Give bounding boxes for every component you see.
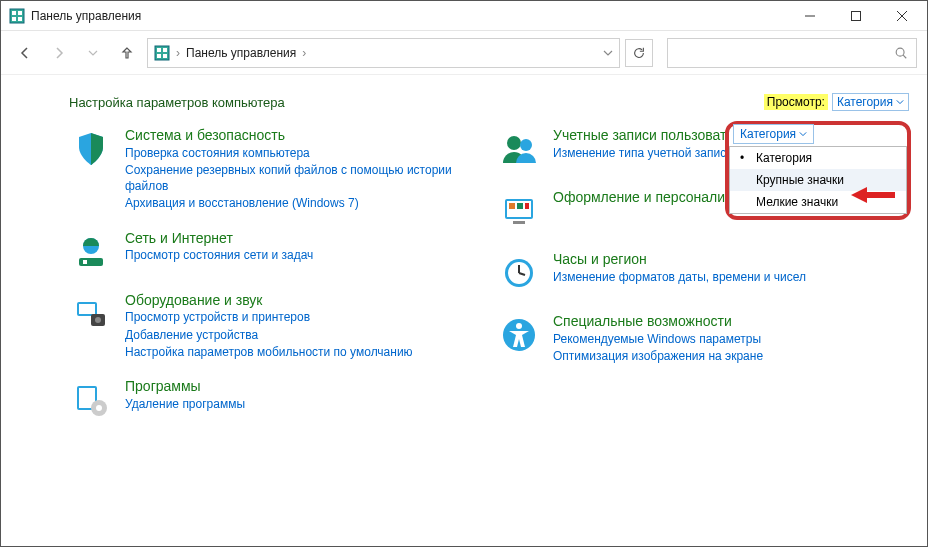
- address-dropdown-icon[interactable]: [603, 48, 613, 58]
- category-body: Специальные возможностиРекомендуемые Win…: [553, 313, 763, 364]
- category-sublink[interactable]: Настройка параметров мобильности по умол…: [125, 344, 413, 360]
- category-title-link[interactable]: Сеть и Интернет: [125, 230, 313, 247]
- category-item: Специальные возможностиРекомендуемые Win…: [497, 313, 909, 364]
- callout-arrow-icon: [851, 187, 895, 203]
- category-item: Сеть и ИнтернетПросмотр состояния сети и…: [69, 230, 481, 274]
- svg-rect-11: [163, 48, 167, 52]
- users-icon: [497, 127, 541, 171]
- category-column: Система и безопасностьПроверка состояния…: [69, 127, 481, 422]
- category-sublink[interactable]: Проверка состояния компьютера: [125, 145, 481, 161]
- svg-rect-4: [18, 17, 22, 21]
- svg-rect-6: [852, 11, 861, 20]
- svg-point-28: [520, 139, 532, 151]
- window-title: Панель управления: [31, 9, 787, 23]
- maximize-button[interactable]: [833, 1, 879, 31]
- chevron-down-icon: [799, 130, 807, 138]
- category-title-link[interactable]: Специальные возможности: [553, 313, 763, 330]
- category-title-link[interactable]: Программы: [125, 378, 245, 395]
- svg-rect-32: [517, 203, 523, 209]
- svg-rect-13: [163, 54, 167, 58]
- page-heading: Настройка параметров компьютера: [69, 95, 285, 110]
- recent-locations-button[interactable]: [79, 39, 107, 67]
- category-sublink[interactable]: Удаление программы: [125, 396, 245, 412]
- category-sublink[interactable]: Оптимизация изображения на экране: [553, 348, 763, 364]
- category-sublink[interactable]: Изменение форматов даты, времени и чисел: [553, 269, 806, 285]
- view-by-selector-open[interactable]: Категория: [733, 124, 814, 144]
- hardware-icon: [69, 292, 113, 336]
- breadcrumb-separator[interactable]: ›: [302, 46, 306, 60]
- view-by-dropdown-annotation: Категория КатегорияКрупные значкиМелкие …: [725, 121, 911, 220]
- svg-rect-31: [509, 203, 515, 209]
- titlebar: Панель управления: [1, 1, 927, 31]
- category-item: Часы и регионИзменение форматов даты, вр…: [497, 251, 909, 295]
- back-button[interactable]: [11, 39, 39, 67]
- minimize-button[interactable]: [787, 1, 833, 31]
- shield-icon: [69, 127, 113, 171]
- breadcrumb-item[interactable]: Панель управления: [186, 46, 296, 60]
- category-sublink[interactable]: Просмотр состояния сети и задач: [125, 247, 313, 263]
- network-icon: [69, 230, 113, 274]
- category-body: Система и безопасностьПроверка состояния…: [125, 127, 481, 212]
- category-item: Оборудование и звукПросмотр устройств и …: [69, 292, 481, 360]
- svg-line-15: [903, 55, 906, 58]
- category-title-link[interactable]: Часы и регион: [553, 251, 806, 268]
- svg-rect-1: [12, 11, 16, 15]
- category-sublink[interactable]: Рекомендуемые Windows параметры: [553, 331, 763, 347]
- category-body: ПрограммыУдаление программы: [125, 378, 245, 422]
- search-box[interactable]: [667, 38, 917, 68]
- chevron-down-icon: [896, 98, 904, 106]
- svg-point-22: [95, 317, 101, 323]
- view-by-label: Просмотр:: [764, 94, 828, 110]
- svg-rect-33: [525, 203, 529, 209]
- control-panel-icon: [9, 8, 25, 24]
- svg-rect-12: [157, 54, 161, 58]
- svg-rect-34: [513, 221, 525, 224]
- svg-rect-18: [83, 260, 87, 264]
- svg-rect-10: [157, 48, 161, 52]
- category-item: ПрограммыУдаление программы: [69, 378, 481, 422]
- category-item: Система и безопасностьПроверка состояния…: [69, 127, 481, 212]
- search-icon: [894, 46, 908, 60]
- view-by-value: Категория: [837, 95, 893, 109]
- svg-point-26: [96, 405, 102, 411]
- nav-toolbar: › Панель управления ›: [1, 31, 927, 75]
- view-by-header-value: Категория: [740, 127, 796, 141]
- clock-icon: [497, 251, 541, 295]
- category-sublink[interactable]: Просмотр устройств и принтеров: [125, 309, 413, 325]
- accessibility-icon: [497, 313, 541, 357]
- up-button[interactable]: [113, 39, 141, 67]
- category-body: Оборудование и звукПросмотр устройств и …: [125, 292, 413, 360]
- category-body: Часы и регионИзменение форматов даты, вр…: [553, 251, 806, 295]
- close-button[interactable]: [879, 1, 925, 31]
- category-sublink[interactable]: Сохранение резервных копий файлов с помо…: [125, 162, 481, 194]
- view-by-selector[interactable]: Категория: [832, 93, 909, 111]
- svg-point-27: [507, 136, 521, 150]
- category-sublink[interactable]: Добавление устройства: [125, 327, 413, 343]
- breadcrumb-separator[interactable]: ›: [176, 46, 180, 60]
- address-bar[interactable]: › Панель управления ›: [147, 38, 620, 68]
- svg-point-40: [516, 323, 522, 329]
- svg-rect-17: [79, 258, 103, 266]
- category-body: Сеть и ИнтернетПросмотр состояния сети и…: [125, 230, 313, 274]
- view-menu-item[interactable]: Категория: [730, 147, 906, 169]
- refresh-button[interactable]: [625, 39, 653, 67]
- search-input[interactable]: [676, 46, 894, 60]
- svg-rect-3: [12, 17, 16, 21]
- svg-rect-20: [79, 304, 95, 314]
- svg-rect-2: [18, 11, 22, 15]
- svg-point-14: [896, 48, 904, 56]
- forward-button[interactable]: [45, 39, 73, 67]
- category-title-link[interactable]: Система и безопасность: [125, 127, 481, 144]
- category-sublink[interactable]: Архивация и восстановление (Windows 7): [125, 195, 481, 211]
- category-title-link[interactable]: Оборудование и звук: [125, 292, 413, 309]
- control-panel-icon: [154, 45, 170, 61]
- programs-icon: [69, 378, 113, 422]
- view-by-menu: КатегорияКрупные значкиМелкие значки: [729, 146, 907, 214]
- appearance-icon: [497, 189, 541, 233]
